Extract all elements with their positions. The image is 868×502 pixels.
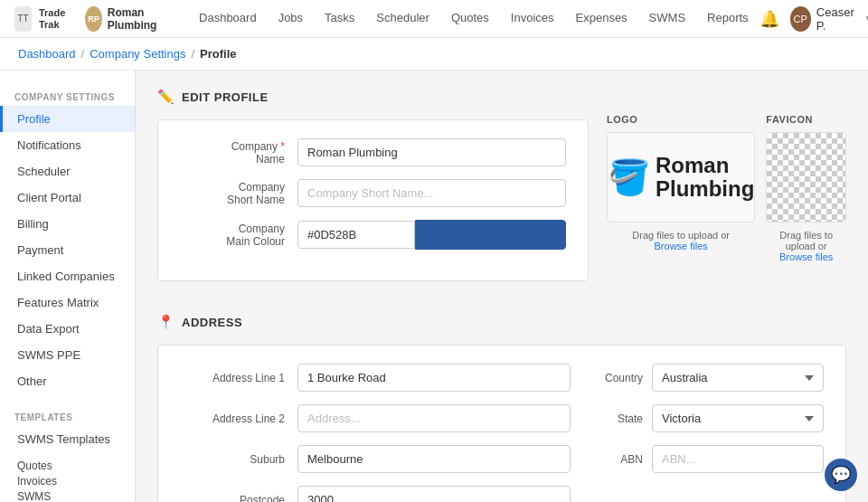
favicon-browse-link[interactable]: Browse files [779, 251, 833, 262]
addr2-state-row: Address Line 2 State Victoria [180, 404, 824, 432]
postcode-row: Postcode [180, 486, 824, 502]
breadcrumb-sep-2: / [191, 47, 194, 61]
company-short-name-input[interactable] [297, 179, 566, 207]
company-avatar: RP [85, 6, 102, 32]
favicon-preview [766, 132, 846, 223]
breadcrumb-dashboard[interactable]: Dashboard [18, 47, 76, 61]
addr2-label: Address Line 2 [180, 412, 297, 425]
pencil-icon: ✏️ [157, 89, 175, 105]
addr2-input[interactable] [297, 404, 571, 432]
sidebar-item-swms-templates[interactable]: SWMS Templates [0, 426, 135, 452]
suburb-label: Suburb [180, 453, 297, 466]
address-card: Address Line 1 Country Australia Address… [157, 345, 846, 502]
edit-profile-title: EDIT PROFILE [182, 90, 269, 104]
logo-icon-graphic: 🪣 [608, 157, 650, 197]
sidebar-item-data-export[interactable]: Data Export [0, 316, 135, 342]
logo-preview: 🪣 RomanPlumbing [607, 132, 755, 223]
user-menu[interactable]: CP Ceaser P. ▼ [790, 5, 868, 33]
colour-hex-input[interactable] [297, 221, 415, 249]
favicon-label: FAVICON [766, 114, 846, 125]
main-layout: COMPANY SETTINGS Profile Notifications S… [0, 71, 868, 502]
brand-logo[interactable]: TT Trade Trak RP Roman Plumbing [14, 6, 166, 32]
sidebar: COMPANY SETTINGS Profile Notifications S… [0, 71, 136, 502]
logo-image: 🪣 RomanPlumbing [608, 154, 754, 202]
nav-invoices[interactable]: Invoices [500, 0, 565, 38]
logo-upload-area: LOGO 🪣 RomanPlumbing Drag files to uploa… [607, 114, 755, 262]
abn-col: ABN [571, 445, 824, 473]
sidebar-section-templates: TEMPLATES [0, 405, 135, 426]
country-label: Country [571, 372, 652, 384]
address-header: 📍 ADDRESS [157, 314, 846, 330]
user-name: Ceaser P. [816, 5, 859, 33]
sidebar-item-notifications[interactable]: Notifications [0, 132, 135, 158]
nav-scheduler[interactable]: Scheduler [365, 0, 440, 38]
company-name-label: Company *Name [180, 140, 297, 166]
state-col: State Victoria [571, 404, 824, 432]
user-avatar: CP [790, 6, 811, 32]
nav-links: Dashboard Jobs Tasks Scheduler Quotes In… [188, 0, 760, 38]
colour-swatch[interactable] [415, 220, 566, 250]
sidebar-item-swms-ppe[interactable]: SWMS PPE [0, 342, 135, 368]
media-section: LOGO 🪣 RomanPlumbing Drag files to uploa… [607, 89, 846, 299]
logo-upload-text: Drag files to upload or Browse files [607, 230, 755, 251]
company-name-nav: Roman Plumbing [108, 6, 166, 32]
nav-tasks[interactable]: Tasks [314, 0, 365, 38]
brand-name-block: Trade Trak [39, 7, 72, 29]
app-name: Trade Trak [39, 7, 72, 29]
state-label: State [571, 412, 652, 425]
top-nav: TT Trade Trak RP Roman Plumbing Dashboar… [0, 0, 868, 38]
nav-dashboard[interactable]: Dashboard [188, 0, 268, 38]
state-select[interactable]: Victoria [652, 404, 824, 432]
nav-quotes[interactable]: Quotes [440, 0, 500, 38]
company-name-row: Company *Name [180, 138, 566, 166]
breadcrumb-company-settings[interactable]: Company Settings [90, 47, 185, 61]
postcode-input[interactable] [297, 486, 571, 502]
suburb-abn-row: Suburb ABN [180, 445, 824, 473]
logo-icon: TT [14, 6, 32, 32]
edit-profile-header: ✏️ EDIT PROFILE [157, 89, 589, 105]
address-title: ADDRESS [182, 316, 242, 329]
addr1-input[interactable] [297, 364, 571, 392]
sidebar-item-quotes-invoices-swms[interactable]: QuotesInvoicesSWMS [0, 452, 135, 502]
breadcrumb-sep-1: / [81, 47, 85, 61]
sidebar-item-features-matrix[interactable]: Features Matrix [0, 289, 135, 316]
addr1-label: Address Line 1 [180, 372, 297, 384]
sidebar-item-client-portal[interactable]: Client Portal [0, 185, 135, 211]
company-short-name-row: CompanyShort Name [180, 179, 566, 207]
sidebar-item-scheduler[interactable]: Scheduler [0, 158, 135, 185]
edit-profile-card: Company *Name CompanyShort Name CompanyM… [157, 119, 589, 281]
chat-bubble-button[interactable]: 💬 [825, 459, 857, 491]
nav-expenses[interactable]: Expenses [565, 0, 638, 38]
nav-right: 🔔 CP Ceaser P. ▼ [760, 5, 868, 33]
nav-swms[interactable]: SWMS [638, 0, 696, 38]
nav-reports[interactable]: Reports [696, 0, 760, 38]
country-select[interactable]: Australia [652, 364, 824, 392]
sidebar-item-billing[interactable]: Billing [0, 211, 135, 237]
logo-browse-link[interactable]: Browse files [655, 241, 708, 251]
suburb-input[interactable] [297, 445, 571, 473]
logo-label: LOGO [607, 114, 755, 125]
abn-input[interactable] [652, 445, 824, 473]
country-col: Country Australia [571, 364, 824, 392]
abn-label: ABN [571, 453, 652, 466]
sidebar-item-profile[interactable]: Profile [0, 106, 135, 132]
sidebar-item-payment[interactable]: Payment [0, 237, 135, 263]
media-pair: LOGO 🪣 RomanPlumbing Drag files to uploa… [607, 114, 846, 262]
favicon-upload-text: Drag files to upload or Browse files [766, 230, 846, 262]
main-content: ✏️ EDIT PROFILE Company *Name CompanySho… [136, 71, 868, 502]
location-icon: 📍 [157, 314, 175, 330]
company-brand: RP Roman Plumbing [85, 6, 166, 32]
company-colour-row: CompanyMain Colour [180, 220, 566, 250]
breadcrumb: Dashboard / Company Settings / Profile [0, 38, 868, 71]
company-short-name-label: CompanyShort Name [180, 181, 297, 206]
notification-bell-icon[interactable]: 🔔 [760, 9, 779, 29]
nav-jobs[interactable]: Jobs [268, 0, 314, 38]
sidebar-item-linked-companies[interactable]: Linked Companies [0, 263, 135, 289]
chevron-down-icon: ▼ [864, 14, 868, 24]
company-name-input[interactable] [297, 138, 566, 166]
company-colour-label: CompanyMain Colour [180, 223, 297, 248]
top-section: ✏️ EDIT PROFILE Company *Name CompanySho… [157, 89, 846, 299]
address-section: 📍 ADDRESS Address Line 1 Country Austral… [157, 314, 846, 502]
sidebar-item-other[interactable]: Other [0, 368, 135, 394]
colour-picker [297, 220, 566, 250]
